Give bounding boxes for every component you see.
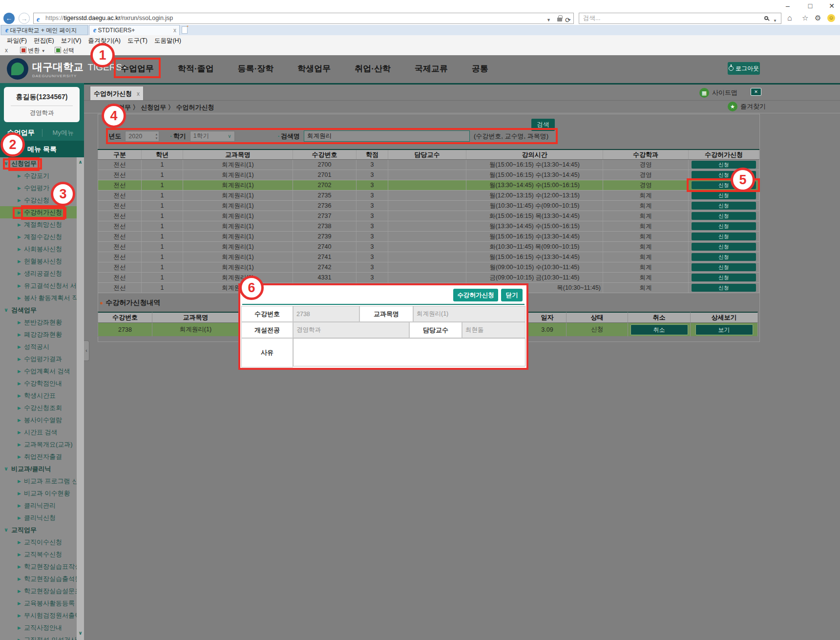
course-no-input[interactable]: 2738 (293, 306, 359, 322)
sidebar-scrollbar[interactable]: ∧ ∨ (77, 157, 84, 640)
window-maximize-button[interactable]: □ (803, 1, 818, 11)
browser-menu-item[interactable]: 보기(V) (61, 35, 82, 46)
apply-button[interactable]: 신청 (692, 161, 756, 169)
sidebar-menu-item[interactable]: ∨▶교직적성·인성검사 (0, 634, 77, 640)
apply-button[interactable]: 신청 (692, 284, 756, 292)
course-name-input[interactable]: 회계원리(1) (413, 306, 525, 322)
apply-button[interactable]: 신청 (692, 233, 756, 240)
sidebar-menu-item[interactable]: ∨▶무시험검정원서출력 (0, 609, 77, 621)
sidebar-menu-item[interactable]: ∨▶비교과 이수현황 (0, 487, 77, 499)
sidebar-menu-item[interactable]: ∨▶검색업무 (0, 304, 77, 316)
sidebar-menu-item[interactable]: ∨▶교육봉사활동등록 (0, 597, 77, 609)
sidebar-menu-item[interactable]: ∨▶교직사정안내 (0, 621, 77, 634)
apply-button[interactable]: 신청 (692, 202, 756, 210)
sidebar-menu-item[interactable]: ∨▶교직복수신청 (0, 548, 77, 560)
sidebar-menu-item[interactable]: ∨▶학교현장실습출석원 (0, 573, 77, 585)
sidebar-menu-item[interactable]: ∨▶비교과 프로그램 신청 (0, 475, 77, 487)
sidebar-menu-item[interactable]: ∨▶폐강강좌현황 (0, 328, 77, 341)
scroll-down-icon[interactable]: ∨ (77, 630, 84, 636)
apply-button[interactable]: 신청 (692, 253, 756, 261)
apply-button[interactable]: 신청 (692, 212, 756, 220)
apply-button[interactable]: 신청 (692, 274, 756, 281)
sidebar-tab-mymenu[interactable]: My메뉴 (42, 128, 84, 137)
url-dropdown-caret[interactable]: ▼ (546, 15, 551, 25)
browser-search-box[interactable]: 검색... ▼ (579, 13, 781, 24)
page-tab[interactable]: 수업허가신청 x (90, 86, 144, 101)
global-nav-item[interactable]: 취업·산학 (355, 63, 391, 74)
browser-forward-button[interactable]: → (19, 13, 30, 24)
search-dropdown-caret[interactable]: ▼ (773, 16, 777, 26)
sidebar-menu-item[interactable]: ∨▶계절희망신청 (0, 218, 77, 231)
sidebar-menu-item[interactable]: ∨▶학생시간표 (0, 389, 77, 402)
sidebar-menu-item[interactable]: ∨▶분반강좌현황 (0, 316, 77, 328)
page-tab-close-icon[interactable]: x (137, 90, 140, 97)
course-row[interactable]: 전선1회계원리(1)27013월(15:00~16:15) 수(13:30~14… (98, 170, 759, 180)
sidebar-menu-item[interactable]: ∨▶시간표 검색 (0, 426, 77, 438)
close-all-windows-icon[interactable]: ✕ (751, 88, 761, 96)
course-row[interactable]: 전선1회계원리(1)27413월(15:00~16:15) 수(13:30~14… (98, 252, 759, 262)
course-row[interactable]: 전선1회계원리(1)27403화(10:30~11:45) 목(09:00~10… (98, 242, 759, 252)
apply-button[interactable]: 신청 (692, 192, 756, 199)
sidebar-menu-item[interactable]: ∨▶교직업무 (0, 524, 77, 536)
course-row[interactable]: 전선1회계원리(1)27383월(13:30~14:45) 수(15:00~16… (98, 221, 759, 232)
sidebar-menu-item[interactable]: ∨▶비교과/클리닉 (0, 463, 77, 475)
url-field[interactable]: e https://tigersstd.daegu.ac.kr/nxrun/ss… (33, 13, 574, 24)
sidebar-menu-item[interactable]: ∨▶사회봉사신청 (0, 243, 77, 255)
command-bar-close[interactable]: x (5, 47, 8, 54)
sidebar-menu-item[interactable]: ∨▶클리닉관리 (0, 499, 77, 512)
new-tab-button[interactable]: * (182, 26, 188, 34)
search-magnifier-icon[interactable] (764, 16, 768, 20)
logout-button[interactable]: 로그아웃 (728, 62, 760, 75)
sidebar-menu-item[interactable]: ∨▶학교현장실습표작성 (0, 560, 77, 573)
global-nav-item[interactable]: 학적·졸업 (178, 63, 214, 74)
sidebar-menu-item[interactable]: ∨▶유고결석신청서 서식 (0, 279, 77, 292)
browser-back-button[interactable]: ← (3, 13, 15, 24)
scroll-up-icon[interactable]: ∧ (77, 159, 84, 165)
apply-button[interactable]: 신청 (692, 263, 756, 271)
sidebar-menu-item[interactable]: ∨▶헌혈봉사신청 (0, 255, 77, 267)
sitemap-link[interactable]: ▦ 사이트맵 (699, 88, 737, 98)
smiley-addon-icon[interactable]: ☺ (827, 14, 835, 22)
sidebar-menu-item[interactable]: ∨▶봉사이수열람 (0, 414, 77, 426)
favorites-star-icon[interactable]: ☆ (802, 14, 808, 22)
global-nav-item[interactable]: 학생업무 (297, 63, 331, 74)
sidebar-menu-item[interactable]: ∨▶수강학점안내 (0, 377, 77, 389)
sidebar-menu-item[interactable]: ∨▶계절수강신청 (0, 231, 77, 243)
browser-tab-main-page[interactable]: e 대구대학교 + 메인 페이지 (1, 25, 88, 35)
sidebar-menu-item[interactable]: ∨▶수업계획서 검색 (0, 365, 77, 377)
sidebar-menu-item[interactable]: ∨▶학교현장실습설문조사 (0, 585, 77, 597)
sidebar-menu-item[interactable]: ∨▶교직이수신청 (0, 536, 77, 548)
major-input[interactable]: 경영학과 (293, 322, 409, 338)
select-command[interactable]: 선택 (55, 47, 74, 54)
view-button[interactable]: 보기 (695, 324, 753, 335)
cancel-button[interactable]: 취소 (630, 324, 688, 335)
apply-button[interactable]: 신청 (692, 222, 756, 230)
sidebar-menu-item[interactable]: ∨▶성적공시 (0, 341, 77, 353)
course-row[interactable]: 전선1회계원리(1)27003월(15:00~16:15) 수(13:30~14… (98, 160, 759, 170)
browser-menu-item[interactable]: 도구(T) (127, 35, 147, 46)
modal-close-button[interactable]: 닫기 (501, 289, 523, 301)
professor-input[interactable]: 최현돌 (462, 322, 525, 338)
apply-button[interactable]: 신청 (692, 243, 756, 251)
reason-textarea[interactable] (293, 338, 525, 366)
browser-menu-item[interactable]: 도움말(H) (154, 35, 181, 46)
convert-command[interactable]: 변환 ▼ (20, 47, 45, 54)
course-row[interactable]: 전선1회계원리(1)27373화(15:00~16:15) 목(13:30~14… (98, 211, 759, 221)
home-icon[interactable]: ⌂ (787, 14, 792, 22)
course-row[interactable]: 전선1회계원리(1)43313금(09:00~10:15) 금(10:30~11… (98, 273, 759, 283)
course-row[interactable]: 전선1회계원리(1)27423월(09:00~10:15) 수(10:30~11… (98, 262, 759, 273)
sidebar-menu-item[interactable]: ∨▶클리닉신청 (0, 512, 77, 524)
global-nav-item[interactable]: 등록·장학 (238, 63, 274, 74)
settings-gear-icon[interactable]: ⚙ (815, 14, 821, 22)
course-row[interactable]: 전선1회계원리(1)27363월(10:30~11:45) 수(09:00~10… (98, 201, 759, 211)
tab-close-icon[interactable]: x (173, 25, 176, 35)
sidebar-menu-item[interactable]: ∨▶수강신청조회 (0, 402, 77, 414)
course-row[interactable]: 전선1회계원리(1)27023월(13:30~14:45) 수(15:00~16… (98, 180, 759, 191)
window-minimize-button[interactable]: – (780, 1, 795, 11)
favorites-link[interactable]: ★ 즐겨찾기 (728, 102, 766, 111)
sidebar-menu-item[interactable]: ∨▶취업전자출결 (0, 450, 77, 463)
sidebar-menu-item[interactable]: ∨▶생리공결신청 (0, 267, 77, 279)
global-nav-item[interactable]: 국제교류 (415, 63, 448, 74)
sidebar-menu-item[interactable]: ∨▶수업평가결과 (0, 353, 77, 365)
sidebar-collapse-handle[interactable]: ‹ (84, 341, 89, 361)
